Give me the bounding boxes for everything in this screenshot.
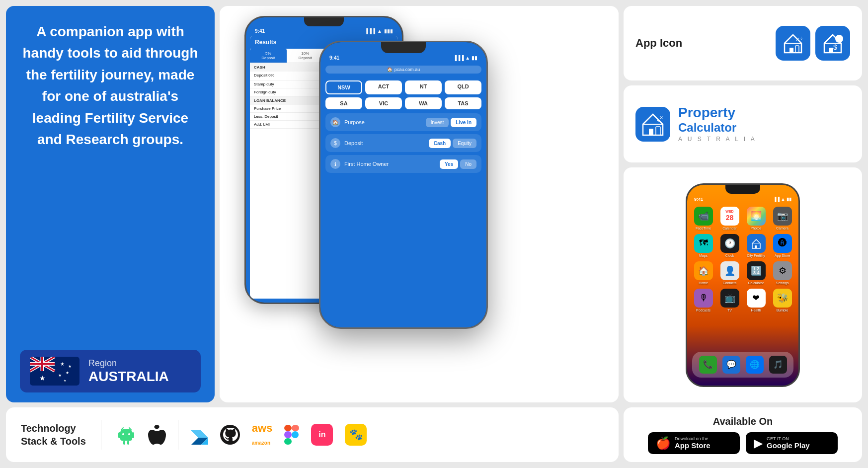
svg-text:×: × (795, 35, 799, 43)
ios-app-bumble: 🐝 Bumble (771, 289, 793, 312)
purpose-row: 🏠 Purpose Invest Live In (325, 113, 481, 131)
svg-rect-40 (123, 441, 125, 445)
equity-btn[interactable]: Equity (453, 139, 476, 148)
tech-divider2 (178, 420, 178, 450)
app-icon-1: ÷ × (776, 26, 810, 61)
svg-rect-32 (649, 129, 653, 135)
prop-calc-icon: ÷ × (635, 107, 670, 142)
ios-app-home: 🏠 Home (692, 261, 714, 285)
tech-label: TechnologyStack & Tools (21, 422, 86, 448)
cash-btn[interactable]: Cash (429, 139, 451, 148)
flutter-icon (190, 425, 208, 445)
ios-app-camera: 📷 Camera (771, 207, 793, 230)
app-store-badge[interactable]: 🍎 Download on the App Store (648, 432, 740, 454)
state-btn-nsw[interactable]: NSW (325, 80, 362, 94)
svg-text:★: ★ (68, 364, 72, 369)
status-icons-front: ▐▐▐ ▲ ▮▮ (453, 55, 477, 61)
svg-rect-41 (127, 441, 129, 445)
dock-music: 🎵 (769, 356, 787, 374)
svg-rect-27 (829, 48, 833, 53)
svg-point-43 (128, 433, 130, 435)
svg-rect-23 (795, 46, 799, 53)
svg-rect-33 (656, 127, 660, 135)
prop-calc-subtitle: Calculator (678, 121, 757, 135)
prop-calc-panel: ÷ × Property Calculator A U S T R A L I … (624, 85, 862, 162)
left-headline: A companion app with handy tools to aid … (20, 21, 201, 150)
svg-rect-8 (41, 357, 43, 371)
time-front: 9:41 (329, 55, 339, 61)
region-name: AUSTRALIA (88, 369, 169, 385)
state-btn-tas[interactable]: TAS (445, 97, 481, 109)
ios-app-photos: 🌅 Photos (745, 207, 767, 230)
phone-preview-notch (725, 185, 760, 194)
app-store-name: App Store (675, 441, 710, 450)
maze-icon: 🐾 (345, 424, 367, 446)
tab-10-deposit[interactable]: 10%Deposit (287, 49, 324, 63)
google-play-text: GET IT ON Google Play (767, 436, 810, 450)
state-grid: NSW ACT NT QLD SA VIC WA TAS (320, 77, 486, 113)
svg-text:★: ★ (60, 361, 65, 367)
android-icon (116, 425, 136, 445)
results-title: Results (255, 39, 276, 46)
state-btn-wa[interactable]: WA (405, 97, 442, 109)
ios-app-podcasts: 🎙 Podcasts (692, 289, 714, 312)
right-top-row: App Icon ÷ × (624, 6, 862, 80)
state-btn-act[interactable]: ACT (365, 80, 402, 94)
app-store-small-label: Download on the (675, 436, 710, 441)
github-icon (220, 425, 240, 445)
prop-calc-australia: A U S T R A L I A (678, 136, 757, 143)
australia-flag: ★ ★ ★ ★ ★ ★ (30, 357, 79, 386)
dock-safari: 🌐 (746, 356, 764, 374)
svg-rect-36 (752, 243, 760, 243)
figma-icon (284, 425, 299, 445)
tab-5-deposit[interactable]: 5%Deposit (250, 49, 287, 63)
app-icon-panel: App Icon ÷ × (624, 6, 862, 80)
svg-point-53 (292, 431, 299, 438)
state-btn-nt[interactable]: NT (405, 80, 442, 94)
dock-phone: 📞 (699, 356, 717, 374)
first-home-toggle: Yes No (440, 159, 476, 169)
svg-rect-52 (284, 431, 292, 438)
app-store-text: Download on the App Store (675, 436, 710, 450)
purpose-toggle: Invest Live In (426, 118, 476, 127)
phone-notch-front (381, 42, 426, 53)
right-panel: App Icon ÷ × (624, 6, 862, 402)
google-play-badge[interactable]: ▶ GET IT ON Google Play (746, 432, 838, 454)
ios-app-calc: 🔢 Calculator (745, 261, 767, 285)
no-btn[interactable]: No (460, 159, 476, 169)
first-home-row: ℹ First Home Owner Yes No (325, 155, 481, 173)
right-phone-panel: 9:41 ▐▐ ▲ ▮▮ 📹 FaceTime WED28 (624, 167, 862, 402)
phone-notch-back (304, 17, 344, 26)
ios-status-icons: ▐▐ ▲ ▮▮ (773, 197, 791, 202)
google-play-name: Google Play (767, 441, 810, 450)
ios-app-tv: 📺 TV (718, 289, 741, 312)
ios-app-contacts: 👤 Contacts (718, 261, 741, 285)
deposit-label: Deposit (344, 140, 429, 146)
state-btn-qld[interactable]: QLD (445, 80, 481, 94)
state-btn-sa[interactable]: SA (325, 97, 362, 109)
svg-text:★: ★ (39, 374, 46, 382)
svg-text:★: ★ (66, 371, 69, 375)
ios-app-maps: 🗺 Maps (692, 234, 714, 257)
ios-app-settings: ⚙ Settings (771, 261, 793, 285)
first-home-icon: ℹ (330, 159, 340, 169)
app-icon-2: $ ÷ (815, 26, 850, 61)
status-icons-back: ▐▐▐ ▲ ▮▮▮ (365, 28, 393, 34)
phone-front: 9:41 ▐▐▐ ▲ ▮▮ 🏠 pcau.com.au NSW ACT NT (319, 41, 488, 329)
ios-app-calendar: WED28 Calendar (718, 207, 741, 230)
store-badges: 🍎 Download on the App Store ▶ GET IT ON … (648, 432, 838, 454)
svg-marker-46 (190, 430, 208, 438)
invest-btn[interactable]: Invest (426, 118, 449, 127)
svg-rect-50 (284, 425, 292, 431)
aws-icon: awsamazon (252, 422, 273, 448)
svg-text:÷: ÷ (799, 34, 803, 42)
state-btn-vic[interactable]: VIC (365, 97, 402, 109)
status-bar-back: 9:41 ▐▐▐ ▲ ▮▮▮ (246, 26, 402, 36)
ios-time: 9:41 (694, 197, 703, 202)
available-panel: Available On 🍎 Download on the App Store… (624, 407, 862, 462)
yes-btn[interactable]: Yes (440, 159, 458, 169)
deposit-icon: $ (330, 138, 340, 148)
dock-messages: 💬 (722, 356, 740, 374)
prop-calc-text: Property Calculator A U S T R A L I A (678, 105, 757, 143)
live-in-btn[interactable]: Live In (451, 118, 476, 127)
